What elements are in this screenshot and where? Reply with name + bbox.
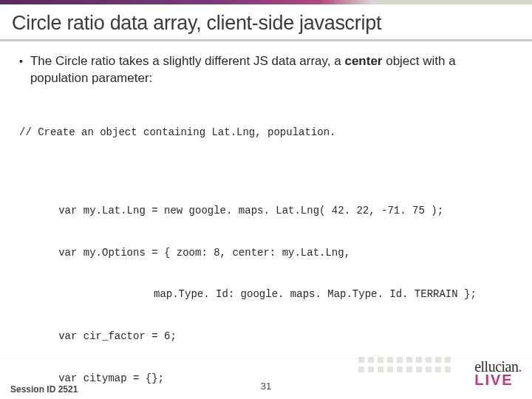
code-line: var cir_factor = 6;: [19, 330, 513, 344]
logo-live-word: LIVE: [474, 372, 513, 388]
divider: [0, 358, 532, 359]
bullet-text: The Circle ratio takes a slightly differ…: [30, 53, 513, 87]
code-comment: // Create an object containing Lat.Lng, …: [19, 126, 513, 140]
logo-dot: .: [519, 358, 522, 375]
brand-logo: ellucian. LIVE: [474, 360, 522, 392]
slide-footer: Session ID 2521 31: [0, 366, 532, 395]
code-line: var my.Lat.Lng = new google. maps. Lat.L…: [19, 204, 513, 218]
bullet-item: • The Circle ratio takes a slightly diff…: [19, 53, 513, 87]
code-line: var my.Options = { zoom: 8, center: my.L…: [19, 246, 513, 260]
bullet-bold: center: [344, 54, 382, 68]
bullet-marker: •: [19, 53, 23, 87]
slide-title: Circle ratio data array, client-side jav…: [12, 12, 520, 35]
page-number: 31: [261, 381, 271, 392]
title-strip: Circle ratio data array, client-side jav…: [0, 4, 532, 41]
bullet-pre: The Circle ratio takes a slightly differ…: [30, 54, 345, 68]
slide-body: • The Circle ratio takes a slightly diff…: [0, 41, 532, 399]
code-block: // Create an object containing Lat.Lng, …: [19, 98, 513, 399]
session-id: Session ID 2521: [10, 384, 78, 395]
code-line: map.Type. Id: google. maps. Map.Type. Id…: [19, 287, 513, 301]
logo-tiny-text: [474, 389, 522, 392]
